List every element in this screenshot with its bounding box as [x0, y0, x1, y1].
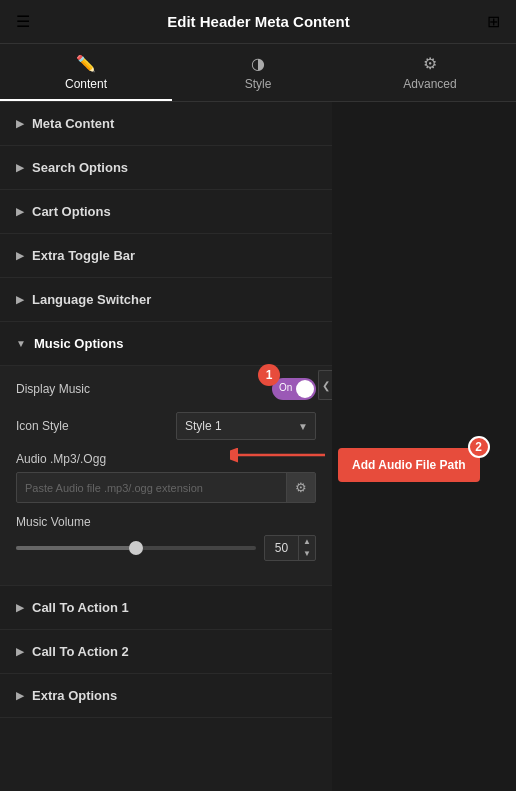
section-call-to-action-2[interactable]: ▶ Call To Action 2: [0, 630, 332, 674]
extra-options-arrow-icon: ▶: [16, 690, 24, 701]
audio-section-label: Audio .Mp3/.Ogg: [16, 452, 316, 466]
section-extra-toggle-bar[interactable]: ▶ Extra Toggle Bar: [0, 234, 332, 278]
tab-style-label: Style: [245, 77, 272, 91]
icon-style-row: Icon Style Style 1 Style 2 Style 3 ▼: [16, 412, 316, 440]
section-search-options[interactable]: ▶ Search Options: [0, 146, 332, 190]
section-extra-options[interactable]: ▶ Extra Options: [0, 674, 332, 718]
settings-panel: ▶ Meta Content ▶ Search Options ▶ Cart O…: [0, 102, 332, 791]
volume-up-arrow[interactable]: ▲: [299, 536, 315, 548]
cta2-arrow-icon: ▶: [16, 646, 24, 657]
page-title: Edit Header Meta Content: [30, 13, 487, 30]
volume-label: Music Volume: [16, 515, 316, 529]
toggle-knob: [296, 380, 314, 398]
volume-number-arrows: ▲ ▼: [298, 536, 315, 560]
display-music-label: Display Music: [16, 382, 90, 396]
badge-1: 1: [258, 364, 280, 386]
language-switcher-label: Language Switcher: [32, 292, 151, 307]
extra-toggle-arrow-icon: ▶: [16, 250, 24, 261]
volume-number-value[interactable]: 50: [265, 537, 298, 559]
volume-slider-thumb[interactable]: [129, 541, 143, 555]
display-music-row: Display Music 1 On: [16, 378, 316, 400]
tabs-bar: ✏️ Content ◑ Style ⚙ Advanced: [0, 44, 516, 102]
add-audio-tooltip: Add Audio File Path 2: [338, 448, 480, 482]
volume-section: Music Volume 50 ▲ ▼: [16, 515, 316, 561]
cart-options-arrow-icon: ▶: [16, 206, 24, 217]
audio-input-wrapper: ⚙: [16, 472, 316, 503]
volume-slider-fill: [16, 546, 136, 550]
badge-2: 2: [468, 436, 490, 458]
search-options-arrow-icon: ▶: [16, 162, 24, 173]
music-options-arrow-icon: ▼: [16, 338, 26, 349]
tab-content-label: Content: [65, 77, 107, 91]
section-meta-content[interactable]: ▶ Meta Content: [0, 102, 332, 146]
volume-down-arrow[interactable]: ▼: [299, 548, 315, 560]
content-tab-icon: ✏️: [76, 54, 96, 73]
style-tab-icon: ◑: [251, 54, 265, 73]
cta1-label: Call To Action 1: [32, 600, 129, 615]
audio-field-section: Audio .Mp3/.Ogg ⚙: [16, 452, 316, 503]
grid-icon[interactable]: ⊞: [487, 12, 500, 31]
icon-style-select[interactable]: Style 1 Style 2 Style 3: [176, 412, 316, 440]
section-music-options[interactable]: ▼ Music Options: [0, 322, 332, 366]
section-call-to-action-1[interactable]: ▶ Call To Action 1: [0, 586, 332, 630]
tab-style[interactable]: ◑ Style: [172, 44, 344, 101]
search-options-label: Search Options: [32, 160, 128, 175]
cta2-label: Call To Action 2: [32, 644, 129, 659]
cart-options-label: Cart Options: [32, 204, 111, 219]
header: ☰ Edit Header Meta Content ⊞: [0, 0, 516, 44]
meta-content-arrow-icon: ▶: [16, 118, 24, 129]
audio-path-input[interactable]: [17, 475, 286, 501]
toggle-on-label: On: [279, 382, 292, 393]
language-switcher-arrow-icon: ▶: [16, 294, 24, 305]
hamburger-icon[interactable]: ☰: [16, 12, 30, 31]
extra-options-label: Extra Options: [32, 688, 117, 703]
section-cart-options[interactable]: ▶ Cart Options: [0, 190, 332, 234]
collapse-panel-handle[interactable]: ❮: [318, 370, 332, 400]
volume-number-input: 50 ▲ ▼: [264, 535, 316, 561]
music-options-content: Display Music 1 On Icon Style Sty: [0, 366, 332, 586]
tab-advanced[interactable]: ⚙ Advanced: [344, 44, 516, 101]
music-options-label: Music Options: [34, 336, 124, 351]
icon-style-label: Icon Style: [16, 419, 69, 433]
volume-slider-track[interactable]: [16, 546, 256, 550]
cta1-arrow-icon: ▶: [16, 602, 24, 613]
display-music-toggle-wrapper: 1 On: [272, 378, 316, 400]
advanced-tab-icon: ⚙: [423, 54, 437, 73]
tooltip-text: Add Audio File Path: [352, 458, 466, 472]
tab-content[interactable]: ✏️ Content: [0, 44, 172, 101]
collapse-arrow-icon: ❮: [322, 380, 330, 391]
extra-toggle-bar-label: Extra Toggle Bar: [32, 248, 135, 263]
volume-row: 50 ▲ ▼: [16, 535, 316, 561]
section-language-switcher[interactable]: ▶ Language Switcher: [0, 278, 332, 322]
display-music-toggle[interactable]: On: [272, 378, 316, 400]
tab-advanced-label: Advanced: [403, 77, 456, 91]
icon-style-select-wrapper: Style 1 Style 2 Style 3 ▼: [176, 412, 316, 440]
meta-content-label: Meta Content: [32, 116, 114, 131]
audio-gear-button[interactable]: ⚙: [286, 473, 315, 502]
